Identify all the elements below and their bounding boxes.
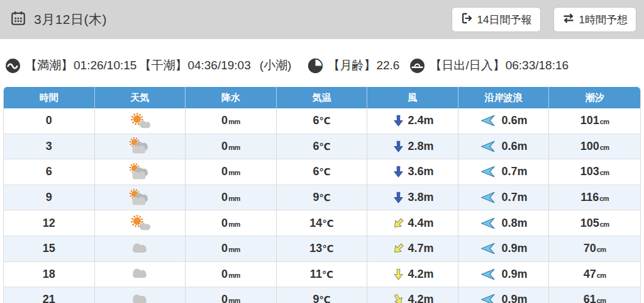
precip-cell: 0mm bbox=[186, 159, 277, 185]
wave-arrow-icon bbox=[480, 115, 496, 127]
swap-icon bbox=[562, 12, 575, 28]
wave-cell: 0.9m bbox=[458, 287, 550, 303]
table-row: 21 0mm 9℃ 4.2m bbox=[4, 287, 640, 303]
wave-arrow-icon bbox=[480, 268, 496, 280]
wind-cell: 3.6m bbox=[367, 159, 458, 185]
tide-value: 116 bbox=[580, 191, 599, 203]
precip-unit: mm bbox=[228, 297, 240, 303]
weather-cell bbox=[95, 262, 186, 288]
wind-unit: m bbox=[424, 165, 434, 178]
precip-unit: mm bbox=[228, 272, 240, 279]
wave-unit: m bbox=[518, 268, 528, 280]
fourteen-day-forecast-label: 14日間予報 bbox=[477, 13, 532, 27]
wave-arrow-icon bbox=[480, 140, 496, 152]
temp-cell: 14℃ bbox=[277, 210, 368, 236]
table-row: 15 0mm 13℃ 4.7m bbox=[4, 236, 640, 262]
hour-value: 0 bbox=[46, 114, 52, 127]
hour-value: 3 bbox=[46, 140, 52, 152]
column-header: 時間 bbox=[4, 87, 95, 108]
wave-unit: m bbox=[518, 242, 528, 254]
precip-cell: 0mm bbox=[186, 236, 277, 262]
wind-unit: m bbox=[424, 114, 434, 127]
wave-unit: m bbox=[518, 293, 528, 303]
tide-unit: cm bbox=[600, 118, 609, 125]
wind-arrow-icon bbox=[392, 217, 405, 230]
wind-value: 4.4 bbox=[408, 217, 424, 229]
tide-unit: cm bbox=[600, 144, 609, 151]
forecast-table: 時間天気降水気温風沿岸波浪潮汐 0 0mm 6℃ bbox=[3, 87, 641, 303]
wave-arrow-icon bbox=[480, 243, 496, 254]
moon-age-value: 22.6 bbox=[376, 59, 399, 72]
precip-unit: mm bbox=[228, 246, 240, 253]
precip-value: 0 bbox=[221, 165, 228, 178]
temp-unit: ℃ bbox=[319, 141, 330, 152]
hourly-forecast-button[interactable]: 1時間予想 bbox=[553, 7, 636, 32]
wind-arrow-icon bbox=[392, 165, 405, 178]
tide-value: 47 bbox=[584, 268, 596, 280]
wave-unit: m bbox=[518, 191, 528, 203]
wave-value: 0.9 bbox=[502, 293, 518, 303]
cloud-sun-icon bbox=[125, 188, 154, 207]
tide-value: 103 bbox=[580, 165, 599, 178]
temp-cell: 11℃ bbox=[277, 262, 368, 288]
tide-cell: 101cm bbox=[549, 108, 640, 134]
low-tide-value: 04:36/19:03 bbox=[187, 59, 250, 72]
table-row: 6 0mm 6℃ bbox=[4, 159, 640, 185]
weather-cell bbox=[95, 134, 186, 160]
hour-cell: 3 bbox=[4, 134, 95, 160]
wind-unit: m bbox=[424, 293, 434, 303]
wind-arrow-icon bbox=[392, 268, 405, 281]
wind-cell: 4.4m bbox=[367, 210, 458, 236]
wind-value: 4.7 bbox=[408, 242, 424, 254]
precip-cell: 0mm bbox=[186, 287, 277, 303]
temp-cell: 6℃ bbox=[277, 108, 368, 134]
forecast-table-body: 0 0mm 6℃ bbox=[4, 108, 640, 303]
wind-value: 4.2 bbox=[408, 293, 424, 303]
tide-unit: cm bbox=[597, 246, 606, 253]
calendar-icon bbox=[10, 10, 26, 29]
wave-value: 0.6 bbox=[502, 114, 518, 127]
tide-value: 70 bbox=[584, 242, 596, 254]
high-tide-value: 01:26/10:15 bbox=[74, 59, 136, 72]
precip-unit: mm bbox=[228, 169, 240, 176]
precip-value: 0 bbox=[221, 242, 228, 254]
wind-value: 3.6 bbox=[408, 165, 424, 178]
tide-cell: 116cm bbox=[549, 185, 640, 211]
wave-cell: 0.9m bbox=[458, 236, 550, 262]
table-row: 12 0mm 14℃ bbox=[4, 210, 640, 236]
hour-value: 6 bbox=[46, 165, 52, 178]
temp-value: 13 bbox=[309, 242, 322, 254]
temp-cell: 9℃ bbox=[277, 287, 368, 303]
tide-cell: 70cm bbox=[549, 236, 640, 262]
hour-cell: 6 bbox=[4, 159, 95, 185]
temp-unit: ℃ bbox=[319, 294, 330, 303]
wind-cell: 4.7m bbox=[367, 236, 458, 262]
tide-cell: 61cm bbox=[549, 287, 640, 303]
temp-value: 6 bbox=[313, 140, 319, 152]
wave-cell: 0.9m bbox=[458, 262, 550, 288]
wave-unit: m bbox=[518, 140, 528, 152]
tide-value: 101 bbox=[580, 114, 599, 127]
precip-value: 0 bbox=[221, 114, 228, 127]
moon-icon bbox=[308, 58, 323, 74]
cloudy-icon bbox=[125, 290, 154, 303]
weather-cell bbox=[95, 287, 186, 303]
table-row: 0 0mm 6℃ bbox=[4, 108, 640, 134]
wind-cell: 3.8m bbox=[367, 185, 458, 211]
fourteen-day-forecast-button[interactable]: 14日間予報 bbox=[452, 7, 541, 32]
wave-cell: 0.8m bbox=[458, 210, 550, 236]
wave-cell: 0.6m bbox=[458, 108, 550, 134]
hour-value: 12 bbox=[43, 217, 55, 229]
wind-value: 2.8 bbox=[408, 140, 424, 152]
precip-value: 0 bbox=[221, 293, 228, 303]
sun-cloud-icon bbox=[125, 111, 154, 130]
wave-circle-icon bbox=[5, 58, 21, 74]
hourly-forecast-label: 1時間予想 bbox=[579, 13, 628, 27]
temp-unit: ℃ bbox=[319, 192, 330, 203]
sunrise-sunset-value: 06:33/18:16 bbox=[506, 59, 569, 72]
sunrise-icon bbox=[409, 58, 425, 74]
wind-arrow-icon bbox=[392, 140, 405, 153]
wave-arrow-icon bbox=[480, 192, 496, 203]
column-header: 天気 bbox=[95, 87, 186, 108]
top-bar: 3月12日(木) 14日間予報 1時間予想 bbox=[0, 0, 644, 39]
